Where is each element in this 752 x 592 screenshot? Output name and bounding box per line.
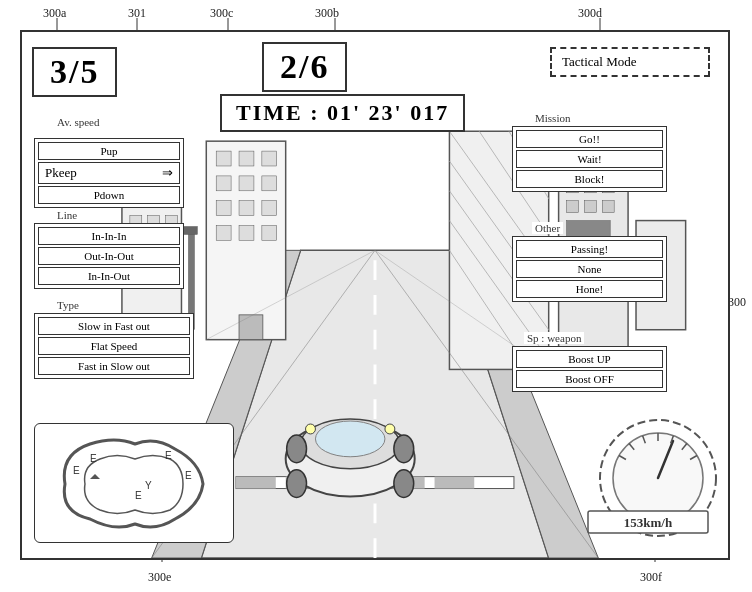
- svg-text:153km/h: 153km/h: [624, 515, 673, 530]
- out-in-out-button[interactable]: Out-In-Out: [38, 247, 180, 265]
- svg-point-71: [385, 424, 395, 434]
- pdown-button[interactable]: Pdown: [38, 186, 180, 204]
- annotation-301: 301: [128, 6, 146, 21]
- svg-marker-81: [90, 474, 100, 479]
- svg-point-67: [394, 435, 414, 463]
- av-speed-label: Av. speed: [54, 116, 102, 128]
- annotation-300a: 300a: [43, 6, 66, 21]
- svg-rect-29: [216, 226, 231, 241]
- svg-rect-14: [236, 477, 276, 489]
- svg-rect-22: [262, 151, 277, 166]
- speedometer-panel: 153km/h: [578, 416, 723, 546]
- svg-rect-20: [216, 151, 231, 166]
- score-left: 3/5: [32, 47, 117, 97]
- svg-rect-23: [216, 176, 231, 191]
- boost-off-button[interactable]: Boost OFF: [516, 370, 663, 388]
- other-panel: Passing! None Hone!: [512, 236, 667, 302]
- tactical-mode-panel: Tactical Mode: [550, 47, 710, 77]
- svg-rect-26: [216, 201, 231, 216]
- time-display: TIME : 01' 23' 017: [220, 94, 465, 132]
- svg-rect-32: [239, 315, 263, 340]
- pkeep-arrow-icon: ⇒: [162, 165, 173, 181]
- svg-rect-31: [262, 226, 277, 241]
- wait-button[interactable]: Wait!: [516, 150, 663, 168]
- sp-weapon-section-label: Sp : weapon: [524, 332, 584, 344]
- tactical-mode-label: Tactical Mode: [562, 54, 637, 69]
- other-section-label: Other: [532, 222, 563, 234]
- annotation-300: 300: [728, 295, 746, 310]
- annotation-300c: 300c: [210, 6, 233, 21]
- sp-weapon-panel: Boost UP Boost OFF: [512, 346, 667, 392]
- svg-rect-57: [602, 201, 614, 213]
- fast-in-slow-out-button[interactable]: Fast in Slow out: [38, 357, 190, 375]
- svg-point-66: [287, 435, 307, 463]
- svg-text:E: E: [90, 453, 97, 464]
- svg-text:E: E: [135, 490, 142, 501]
- type-section-label: Type: [54, 299, 82, 311]
- svg-point-69: [394, 470, 414, 498]
- svg-rect-56: [584, 201, 596, 213]
- line-panel: In-In-In Out-In-Out In-In-Out: [34, 223, 184, 289]
- go-button[interactable]: Go!!: [516, 130, 663, 148]
- mission-panel: Go!! Wait! Block!: [512, 126, 667, 192]
- svg-point-70: [315, 421, 384, 457]
- hone-button[interactable]: Hone!: [516, 280, 663, 298]
- flat-speed-button[interactable]: Flat Speed: [38, 337, 190, 355]
- annotation-300b: 300b: [315, 6, 339, 21]
- diagram-container: 3/5 2/6 Tactical Mode TIME : 01' 23' 017…: [20, 30, 730, 560]
- svg-text:Y: Y: [145, 480, 152, 491]
- svg-rect-55: [567, 201, 579, 213]
- svg-point-72: [306, 424, 316, 434]
- svg-rect-24: [239, 176, 254, 191]
- score-center: 2/6: [262, 42, 347, 92]
- slow-in-fast-out-button[interactable]: Slow in Fast out: [38, 317, 190, 335]
- svg-rect-21: [239, 151, 254, 166]
- none-button[interactable]: None: [516, 260, 663, 278]
- annotation-300e: 300e: [148, 570, 171, 585]
- block-button[interactable]: Block!: [516, 170, 663, 188]
- annotation-300d: 300d: [578, 6, 602, 21]
- svg-text:E: E: [165, 450, 172, 461]
- line-section-label: Line: [54, 209, 80, 221]
- annotation-300f: 300f: [640, 570, 662, 585]
- svg-point-68: [287, 470, 307, 498]
- svg-rect-30: [239, 226, 254, 241]
- svg-rect-25: [262, 176, 277, 191]
- passing-button[interactable]: Passing!: [516, 240, 663, 258]
- in-in-out-button[interactable]: In-In-Out: [38, 267, 180, 285]
- pkeep-label: Pkeep: [45, 165, 77, 181]
- svg-text:E: E: [73, 465, 80, 476]
- boost-up-button[interactable]: Boost UP: [516, 350, 663, 368]
- svg-rect-18: [435, 477, 475, 489]
- svg-rect-27: [239, 201, 254, 216]
- type-panel: Slow in Fast out Flat Speed Fast in Slow…: [34, 313, 194, 379]
- track-map: E E E E E Y: [34, 423, 234, 543]
- svg-rect-28: [262, 201, 277, 216]
- svg-text:E: E: [185, 470, 192, 481]
- pup-button[interactable]: Pup: [38, 142, 180, 160]
- mission-section-label: Mission: [532, 112, 573, 124]
- av-speed-panel: Pup Pkeep ⇒ Pdown: [34, 138, 184, 208]
- in-in-in-button[interactable]: In-In-In: [38, 227, 180, 245]
